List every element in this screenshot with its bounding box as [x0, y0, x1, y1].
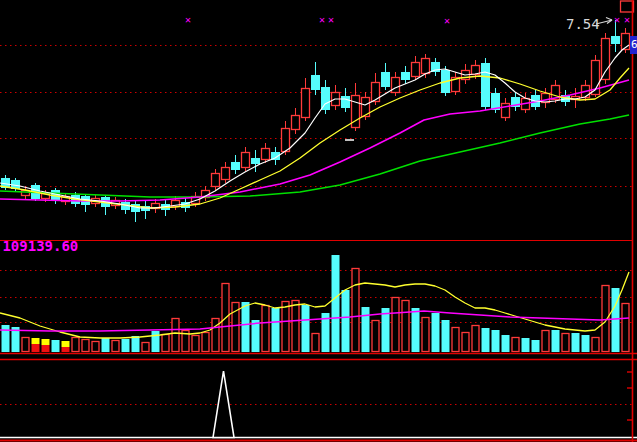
volume-ma-lines [0, 272, 629, 338]
volume-value-label: :109139.60 [0, 238, 78, 254]
kline-chart-canvas[interactable]: ✕✕✕✕✕✕ [0, 0, 637, 442]
svg-text:✕: ✕ [319, 14, 325, 25]
price-callout-label: 7.54 [566, 16, 600, 32]
ma-lines [0, 45, 629, 208]
sell-signal-x-markers: ✕✕✕✕✕✕ [185, 14, 630, 26]
svg-text:✕: ✕ [444, 15, 450, 26]
svg-text:✕: ✕ [328, 14, 334, 25]
trading-app-screen: ✕✕✕✕✕✕ :109139.60 7.54 6 [0, 0, 637, 442]
right-axis-border [627, 0, 633, 442]
svg-text:✕: ✕ [185, 14, 191, 25]
svg-text:✕: ✕ [624, 14, 630, 25]
svg-text:✕: ✕ [614, 14, 620, 25]
right-axis-price-tag: 6 [630, 36, 637, 54]
